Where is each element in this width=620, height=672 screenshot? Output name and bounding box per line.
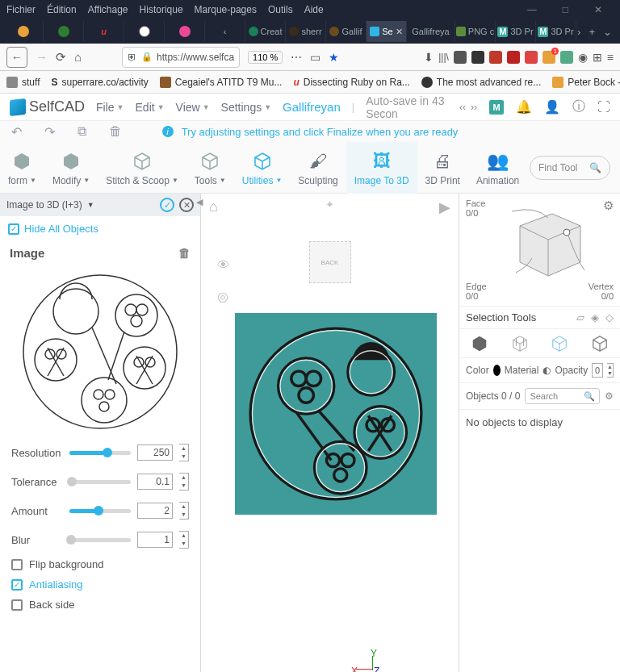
slider[interactable] (69, 480, 131, 484)
hamburger-icon[interactable]: ≡ (607, 51, 614, 64)
viewport-3d[interactable]: ◀ ⌂ ▶ ✦ BACK 👁 ◎ (201, 194, 459, 672)
redo-icon[interactable]: ↷ (44, 124, 55, 140)
bell-icon[interactable]: 🔔 (516, 99, 532, 115)
bookmark-item[interactable]: Cegaiel's ATITD T9 Mu... (160, 77, 283, 88)
compass-icon[interactable]: ✦ (325, 198, 334, 211)
ext-icon[interactable] (454, 51, 467, 64)
check-antialiasing[interactable]: ✓Antialiasing (11, 578, 189, 591)
browser-tab[interactable]: Gallifreya (407, 21, 455, 42)
color-swatch[interactable] (493, 365, 501, 376)
tool-sculpting[interactable]: 🖌Sculpting (290, 142, 346, 194)
account-icon[interactable]: ◉ (578, 51, 588, 64)
bookmark-item[interactable]: Peter Bock - Cryptoart... (552, 77, 620, 88)
ext-icon[interactable] (489, 51, 502, 64)
expand-view-icon[interactable]: ▶ (439, 198, 450, 216)
menu-marquepages[interactable]: Marque-pages (195, 4, 257, 15)
download-icon[interactable]: ⬇ (424, 51, 434, 64)
sel-solid-icon[interactable] (470, 334, 489, 353)
view-cube[interactable]: BACK (309, 241, 351, 283)
number-input[interactable]: 2 (137, 503, 173, 519)
undo-icon[interactable]: ↶ (11, 124, 22, 140)
menu-affichage[interactable]: Affichage (88, 4, 128, 15)
ext-icon[interactable] (525, 51, 538, 64)
number-input[interactable]: 250 (137, 445, 173, 461)
gear-icon[interactable]: ⚙ (605, 390, 614, 402)
copy-icon[interactable]: ⧉ (78, 124, 86, 140)
window-close-icon[interactable]: ✕ (594, 4, 602, 15)
ext-icon[interactable]: 1 (542, 51, 555, 64)
sel-tool-icon[interactable]: ◇ (605, 311, 614, 323)
menu-outils[interactable]: Outils (268, 4, 293, 15)
material-icon[interactable]: ◐ (542, 365, 551, 376)
tool-tools[interactable]: Tools▼ (186, 142, 234, 194)
sel-tool-icon[interactable]: ▱ (576, 311, 584, 323)
browser-tab[interactable]: Gallif (326, 21, 367, 42)
menu-settings[interactable]: Settings▼ (221, 101, 272, 114)
sel-tool-icon[interactable]: ◈ (591, 311, 599, 323)
home-button[interactable]: ⌂ (74, 50, 82, 64)
back-button[interactable]: ← (6, 47, 27, 68)
number-input[interactable]: 0.1 (137, 474, 173, 490)
menu-view[interactable]: View▼ (176, 101, 210, 114)
browser-tab[interactable] (44, 21, 84, 42)
window-maximize-icon[interactable]: □ (563, 4, 568, 15)
slider[interactable] (69, 509, 131, 513)
reader-icon[interactable]: ▭ (310, 51, 320, 64)
ext-icon[interactable] (560, 51, 573, 64)
gear-icon[interactable]: ⚙ (603, 198, 614, 213)
project-name[interactable]: Gallifreyan (283, 100, 341, 114)
browser-tab[interactable]: M 3D Pr (496, 21, 536, 42)
info-icon[interactable]: ⓘ (572, 98, 585, 115)
addons-icon[interactable]: ⊞ (593, 51, 602, 64)
hide-objects-toggle[interactable]: ✓ Hide All Objects (0, 216, 200, 241)
browser-tab[interactable]: ‹ (205, 21, 245, 42)
browser-tab[interactable]: sherr (286, 21, 326, 42)
tool-image-to-3d[interactable]: 🖼Image To 3D (346, 142, 417, 194)
menu-edition[interactable]: Édition (47, 4, 77, 15)
bookmark-star-icon[interactable]: ★ (329, 51, 339, 64)
sel-wire-icon[interactable] (510, 334, 530, 353)
ext-icon[interactable] (471, 51, 484, 64)
sel-trans-icon[interactable] (550, 334, 569, 353)
tabs-scroll-right-icon[interactable]: › (577, 26, 580, 38)
bookmark-item[interactable]: Ssuperrare.co/activity (51, 77, 148, 88)
forward-button[interactable]: → (36, 50, 48, 64)
tool-3d-print[interactable]: 🖨3D Print (417, 142, 468, 194)
tool-form[interactable]: form▼ (0, 142, 44, 194)
window-minimize-icon[interactable]: — (527, 4, 537, 15)
slider[interactable] (69, 451, 131, 455)
menu-historique[interactable]: Historique (140, 4, 183, 15)
more-icon[interactable]: ⋯ (291, 51, 302, 64)
apply-icon[interactable]: ✓ (160, 198, 174, 212)
browser-tab[interactable] (3, 21, 44, 42)
url-field[interactable]: ⛨ 🔒 https://www.selfca (122, 47, 240, 68)
browser-tab[interactable]: Creat (245, 21, 286, 42)
tool-animation[interactable]: 👥Animation (468, 142, 527, 194)
browser-tab[interactable] (124, 21, 165, 42)
ext-icon[interactable] (507, 51, 520, 64)
fullscreen-icon[interactable]: ⛶ (597, 100, 610, 115)
bookmark-item[interactable]: stuff (6, 77, 40, 88)
object-search-input[interactable]: Search🔍 (525, 388, 600, 404)
check-back-side[interactable]: Back side (11, 599, 189, 611)
eye-icon[interactable]: 👁 (217, 258, 230, 273)
bookmark-item[interactable]: The most advanced re... (421, 77, 541, 88)
menu-fichier[interactable]: Fichier (6, 4, 36, 15)
bookmark-item[interactable]: uDissecting Ruby on Ra... (293, 77, 409, 88)
cancel-icon[interactable]: ✕ (179, 198, 194, 212)
browser-tab[interactable] (165, 21, 205, 42)
library-icon[interactable]: |||\ (438, 52, 449, 63)
browser-tab[interactable]: M 3D Pr (536, 21, 576, 42)
tool-modify[interactable]: Modify▼ (44, 142, 98, 194)
target-icon[interactable]: ◎ (217, 289, 230, 304)
new-tab-icon[interactable]: + (589, 26, 595, 38)
sel-outline-icon[interactable] (590, 334, 610, 353)
check-flip-bg[interactable]: Flip background (11, 558, 189, 570)
delete-image-icon[interactable]: 🗑 (178, 246, 191, 260)
user-icon[interactable]: 👤 (544, 99, 560, 115)
panel-collapse-icon[interactable]: ◀ (196, 194, 201, 672)
menu-file[interactable]: File▼ (96, 101, 124, 114)
opacity-input[interactable]: 0 (592, 363, 603, 378)
reload-button[interactable]: ⟳ (56, 50, 66, 65)
trash-icon[interactable]: 🗑 (109, 124, 122, 140)
